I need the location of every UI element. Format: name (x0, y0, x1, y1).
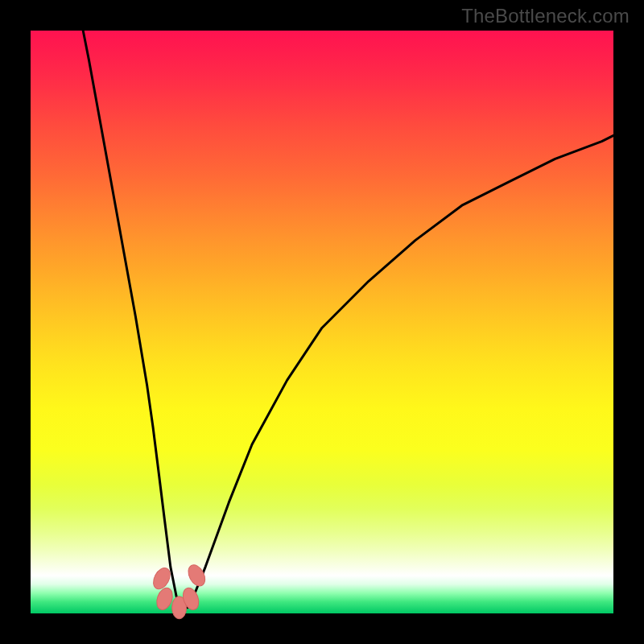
chart-plot-area (31, 31, 613, 613)
chart-frame: TheBottleneck.com (0, 0, 644, 644)
watermark-text: TheBottleneck.com (461, 5, 630, 27)
curve-markers (150, 562, 208, 618)
chart-svg (31, 31, 613, 613)
bottleneck-curve-path (83, 31, 613, 608)
